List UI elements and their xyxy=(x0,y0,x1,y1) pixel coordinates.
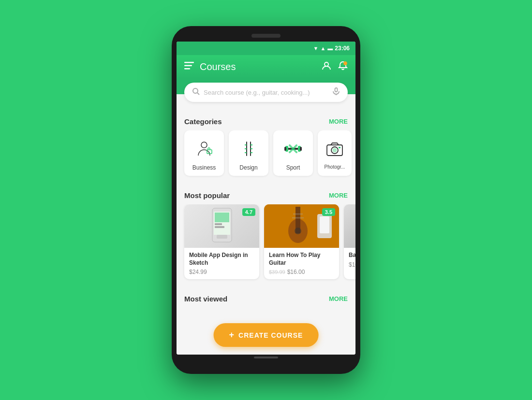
header-title: Courses xyxy=(200,61,236,72)
create-plus-icon: + xyxy=(229,330,235,340)
most-viewed-title: Most viewed xyxy=(184,295,227,303)
header-left: Courses xyxy=(184,61,236,72)
course-img-partial xyxy=(344,204,355,248)
svg-rect-34 xyxy=(215,213,229,222)
phone-screen: ▼ ▲ ▬ 23:06 Courses xyxy=(177,42,355,355)
most-popular-title: Most popular xyxy=(184,191,230,200)
svg-line-6 xyxy=(197,93,199,95)
course-title-guitar: Learn How To Play Guitar xyxy=(269,252,334,267)
categories-title: Categories xyxy=(184,117,222,126)
course-card-partial[interactable]: Ba... $10... xyxy=(344,204,355,279)
signal-icon: ▲ xyxy=(320,45,325,51)
category-card-sport[interactable]: Sport xyxy=(273,130,313,176)
svg-rect-23 xyxy=(284,147,286,151)
search-section: Search course (e.g., guitar, cooking...) xyxy=(177,79,355,110)
profile-icon[interactable] xyxy=(322,61,331,73)
phone-speaker xyxy=(251,34,281,38)
categories-row: Business xyxy=(177,130,355,184)
header-right xyxy=(322,61,348,73)
course-rating-2: 3.5 xyxy=(322,208,335,216)
svg-rect-30 xyxy=(339,147,340,148)
category-card-business[interactable]: Business xyxy=(184,130,224,176)
search-placeholder: Search course (e.g., guitar, cooking...) xyxy=(204,89,328,96)
svg-point-29 xyxy=(333,148,337,152)
photography-icon xyxy=(323,137,346,160)
menu-icon[interactable] xyxy=(184,62,194,72)
app-header: Courses xyxy=(177,55,355,79)
course-img-guitar: 3.5 xyxy=(264,204,339,248)
svg-point-9 xyxy=(201,142,207,148)
business-icon xyxy=(192,137,216,160)
design-icon xyxy=(237,137,260,160)
photography-label: Photogr... xyxy=(325,164,345,170)
category-card-photography[interactable]: Photogr... xyxy=(318,130,352,176)
svg-rect-44 xyxy=(320,216,329,233)
status-time: 23:06 xyxy=(335,45,350,52)
svg-point-3 xyxy=(325,62,328,66)
mic-icon[interactable] xyxy=(332,87,340,97)
most-viewed-more-link[interactable]: MORE xyxy=(329,295,348,302)
category-card-design[interactable]: Design xyxy=(229,130,268,176)
course-body-partial: Ba... $10... xyxy=(344,248,355,272)
notification-icon[interactable] xyxy=(338,61,348,73)
status-bar: ▼ ▲ ▬ 23:06 xyxy=(177,42,355,55)
course-new-price-guitar: $16.00 xyxy=(287,269,305,275)
categories-header: Categories MORE xyxy=(177,110,355,130)
svg-rect-35 xyxy=(215,223,222,225)
status-icons: ▼ ▲ ▬ 23:06 xyxy=(313,45,350,52)
search-icon xyxy=(192,87,200,97)
most-popular-more-link[interactable]: MORE xyxy=(329,192,348,199)
sport-icon xyxy=(281,137,305,160)
most-popular-header: Most popular MORE xyxy=(177,184,355,204)
svg-rect-33 xyxy=(217,235,227,239)
course-rating-1: 4.7 xyxy=(242,208,255,216)
svg-rect-36 xyxy=(215,226,224,228)
create-course-label: CREATE COURSE xyxy=(238,331,303,339)
svg-rect-0 xyxy=(184,62,194,63)
search-bar[interactable]: Search course (e.g., guitar, cooking...) xyxy=(184,83,348,102)
svg-point-4 xyxy=(344,62,347,65)
wifi-icon: ▼ xyxy=(313,45,319,51)
course-img-mobile-app: 4.7 xyxy=(184,204,259,248)
course-price-partial: $10... xyxy=(349,261,355,268)
course-card-guitar[interactable]: 3.5 Learn How To Play Guitar $39.99 $16.… xyxy=(264,204,339,279)
business-label: Business xyxy=(192,164,216,171)
course-price-guitar: $39.99 $16.00 xyxy=(269,269,334,275)
design-label: Design xyxy=(239,164,257,171)
course-price-mobile-app: $24.99 xyxy=(189,269,254,275)
svg-point-40 xyxy=(295,228,301,234)
course-body-guitar: Learn How To Play Guitar $39.99 $16.00 xyxy=(264,248,339,279)
course-body-mobile-app: Mobile App Design in Sketch $24.99 xyxy=(184,248,259,279)
course-old-price-guitar: $39.99 xyxy=(269,269,285,275)
popular-row: 4.7 Mobile App Design in Sketch $24.99 xyxy=(177,204,355,287)
main-content: Categories MORE Business xyxy=(177,110,355,355)
phone-device: ▼ ▲ ▬ 23:06 Courses xyxy=(172,26,360,374)
course-title-partial: Ba... xyxy=(349,252,355,259)
sport-label: Sport xyxy=(286,164,300,171)
categories-more-link[interactable]: MORE xyxy=(329,118,348,125)
svg-rect-24 xyxy=(300,147,302,151)
phone-bottom xyxy=(177,355,355,360)
course-card-mobile-app[interactable]: 4.7 Mobile App Design in Sketch $24.99 xyxy=(184,204,259,279)
svg-rect-2 xyxy=(184,68,190,70)
create-course-button[interactable]: + CREATE COURSE xyxy=(214,323,319,347)
battery-icon: ▬ xyxy=(327,45,333,51)
svg-rect-1 xyxy=(184,65,192,67)
course-title-mobile-app: Mobile App Design in Sketch xyxy=(189,252,254,267)
svg-rect-7 xyxy=(335,88,338,92)
svg-point-5 xyxy=(193,88,198,93)
